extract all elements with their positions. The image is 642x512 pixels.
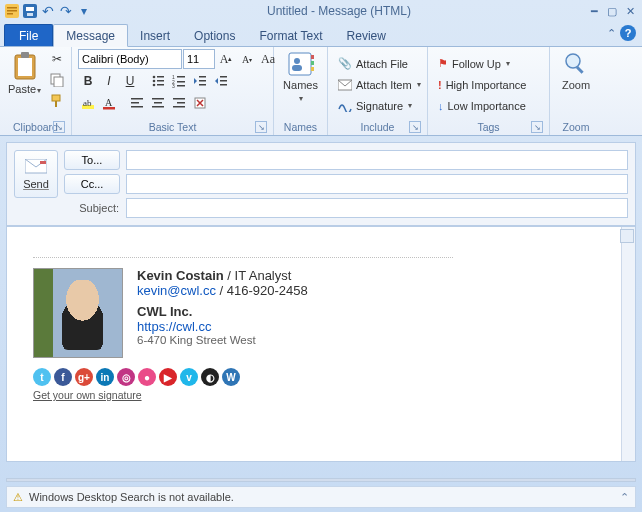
svg-rect-46 <box>289 53 311 75</box>
svg-rect-26 <box>199 76 206 78</box>
numbering-icon[interactable]: 123 <box>169 71 189 91</box>
italic-icon[interactable]: I <box>99 71 119 91</box>
redo-icon[interactable]: ↷ <box>58 3 74 19</box>
undo-icon[interactable]: ↶ <box>40 3 56 19</box>
svg-point-18 <box>153 84 156 87</box>
include-launcher[interactable]: ↘ <box>409 121 421 133</box>
group-include-label: Include <box>361 121 395 133</box>
low-importance-icon: ↓ <box>438 100 444 112</box>
bold-icon[interactable]: B <box>78 71 98 91</box>
svg-rect-12 <box>52 95 60 101</box>
social-linkedin-icon[interactable]: in <box>96 368 114 386</box>
body-scrollbar[interactable]: ▴ <box>621 227 635 461</box>
tab-insert[interactable]: Insert <box>128 25 182 46</box>
align-right-icon[interactable] <box>169 93 189 113</box>
file-tab[interactable]: File <box>4 24 53 46</box>
svg-rect-27 <box>199 80 206 82</box>
to-button[interactable]: To... <box>64 150 120 170</box>
svg-rect-13 <box>55 101 57 107</box>
svg-rect-30 <box>220 80 227 82</box>
resize-divider[interactable] <box>6 478 636 482</box>
zoom-button[interactable]: Zoom <box>556 49 596 93</box>
social-youtube-icon[interactable]: ▶ <box>159 368 177 386</box>
selection-pane-icon[interactable] <box>620 229 634 243</box>
message-body[interactable]: Kevin Costain / IT Analyst kevin@cwl.cc … <box>7 227 621 461</box>
social-wordpress-icon[interactable]: W <box>222 368 240 386</box>
names-button[interactable]: Names▾ <box>281 49 321 106</box>
align-left-icon[interactable] <box>127 93 147 113</box>
svg-point-16 <box>153 80 156 83</box>
send-button[interactable]: Send <box>14 150 58 198</box>
qat-more-icon[interactable]: ▾ <box>76 3 92 19</box>
group-include: 📎Attach File Attach Item▾ Signature▾ Inc… <box>328 47 428 135</box>
font-size-select[interactable] <box>183 49 215 69</box>
paste-button[interactable]: Paste▾ <box>6 49 43 98</box>
grow-font-icon[interactable]: A▴ <box>216 49 236 69</box>
clear-formatting-icon[interactable] <box>190 93 210 113</box>
help-icon[interactable]: ? <box>620 25 636 41</box>
status-expand-icon[interactable]: ⌃ <box>620 491 629 504</box>
group-clipboard: Paste▾ ✂ Clipboard↘ <box>0 47 72 135</box>
social-vimeo-icon[interactable]: v <box>180 368 198 386</box>
to-field[interactable] <box>126 150 628 170</box>
svg-rect-28 <box>199 84 206 86</box>
minimize-button[interactable]: ━ <box>586 4 602 18</box>
group-tags: ⚑Follow Up▾ !High Importance ↓Low Import… <box>428 47 550 135</box>
social-github-icon[interactable]: ◐ <box>201 368 219 386</box>
svg-point-47 <box>294 58 300 64</box>
decrease-indent-icon[interactable] <box>190 71 210 91</box>
basic-text-launcher[interactable]: ↘ <box>255 121 267 133</box>
format-painter-icon[interactable] <box>47 91 67 111</box>
bullets-icon[interactable] <box>148 71 168 91</box>
signature-url-link[interactable]: https://cwl.cc <box>137 319 211 334</box>
message-body-container: Kevin Costain / IT Analyst kevin@cwl.cc … <box>6 226 636 462</box>
quick-access-toolbar: ↶ ↷ ▾ <box>4 3 92 19</box>
attach-item-button[interactable]: Attach Item▾ <box>334 75 425 95</box>
get-your-own-signature-link[interactable]: Get your own signature <box>33 389 142 401</box>
cc-button[interactable]: Cc... <box>64 174 120 194</box>
tab-review[interactable]: Review <box>335 25 398 46</box>
underline-icon[interactable]: U <box>120 71 140 91</box>
low-importance-button[interactable]: ↓Low Importance <box>434 96 530 116</box>
align-center-icon[interactable] <box>148 93 168 113</box>
signature-email-link[interactable]: kevin@cwl.cc <box>137 283 216 298</box>
maximize-button[interactable]: ▢ <box>604 4 620 18</box>
svg-rect-11 <box>54 77 63 87</box>
high-importance-icon: ! <box>438 79 442 91</box>
close-button[interactable]: ✕ <box>622 4 638 18</box>
font-family-select[interactable] <box>78 49 182 69</box>
svg-rect-42 <box>173 98 185 100</box>
save-icon[interactable] <box>22 3 38 19</box>
social-twitter-icon[interactable]: t <box>33 368 51 386</box>
tab-format-text[interactable]: Format Text <box>247 25 334 46</box>
status-bar: ⚠ Windows Desktop Search is not availabl… <box>6 486 636 508</box>
cut-icon[interactable]: ✂ <box>47 49 67 69</box>
group-basic-text: A▴ A▾ Aa B I U 123 ab A <box>72 47 274 135</box>
attach-file-button[interactable]: 📎Attach File <box>334 54 425 74</box>
tab-options[interactable]: Options <box>182 25 247 46</box>
subject-field[interactable] <box>126 198 628 218</box>
social-google-plus-icon[interactable]: g+ <box>75 368 93 386</box>
copy-icon[interactable] <box>47 70 67 90</box>
social-facebook-icon[interactable]: f <box>54 368 72 386</box>
svg-point-14 <box>153 76 156 79</box>
high-importance-button[interactable]: !High Importance <box>434 75 530 95</box>
cc-field[interactable] <box>126 174 628 194</box>
signature-button[interactable]: Signature▾ <box>334 96 425 116</box>
svg-rect-5 <box>26 7 34 11</box>
increase-indent-icon[interactable] <box>211 71 231 91</box>
shrink-font-icon[interactable]: A▾ <box>237 49 257 69</box>
title-bar: ↶ ↷ ▾ Untitled - Message (HTML) ━ ▢ ✕ <box>0 0 642 22</box>
follow-up-button[interactable]: ⚑Follow Up▾ <box>434 54 530 74</box>
ribbon: Paste▾ ✂ Clipboard↘ A▴ A▾ Aa B I U <box>0 46 642 136</box>
font-color-icon[interactable]: A <box>99 93 119 113</box>
svg-point-53 <box>566 54 580 68</box>
highlight-icon[interactable]: ab <box>78 93 98 113</box>
tags-launcher[interactable]: ↘ <box>531 121 543 133</box>
tab-message[interactable]: Message <box>53 24 128 47</box>
social-dribbble-icon[interactable]: ● <box>138 368 156 386</box>
clipboard-launcher[interactable]: ↘ <box>53 121 65 133</box>
social-instagram-icon[interactable]: ◎ <box>117 368 135 386</box>
ribbon-collapse-icon[interactable]: ⌃ <box>607 27 616 40</box>
warning-icon: ⚠ <box>13 491 23 504</box>
